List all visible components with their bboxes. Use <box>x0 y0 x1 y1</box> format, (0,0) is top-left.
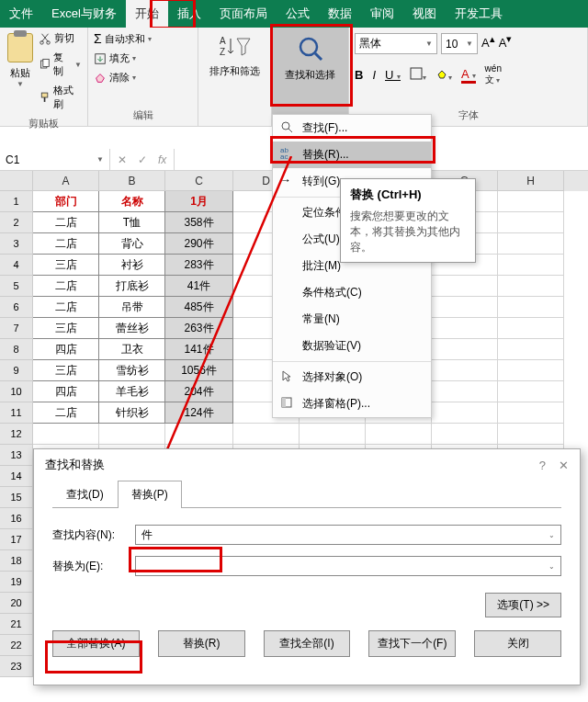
row-header[interactable]: 11 <box>0 402 33 424</box>
sort-filter-button[interactable]: AZ 排序和筛选 <box>206 31 264 82</box>
cell[interactable]: 四店 <box>33 381 99 402</box>
cell[interactable] <box>300 424 366 445</box>
row-header[interactable]: 15 <box>0 487 33 508</box>
row-header[interactable]: 18 <box>0 550 33 572</box>
cancel-formula[interactable]: ✕ <box>118 153 127 166</box>
col-header-h[interactable]: H <box>498 171 564 191</box>
tab-replace[interactable]: 替换(P) <box>118 481 182 508</box>
underline-button[interactable]: U ▾ <box>385 68 401 82</box>
menu-pagelayout[interactable]: 页面布局 <box>210 0 277 28</box>
row-header[interactable]: 9 <box>0 360 33 381</box>
menu-excel-finance[interactable]: Excel与财务 <box>42 0 126 28</box>
cell[interactable] <box>498 381 564 402</box>
confirm-formula[interactable]: ✓ <box>138 153 147 166</box>
cell[interactable]: 358件 <box>165 212 233 233</box>
cell[interactable] <box>498 212 564 233</box>
cell[interactable] <box>432 339 498 360</box>
cell[interactable] <box>432 276 498 297</box>
name-box[interactable]: C1▼ <box>0 149 110 170</box>
select-all[interactable] <box>0 171 33 191</box>
cell[interactable] <box>366 424 432 445</box>
cell[interactable]: 三店 <box>33 255 99 276</box>
cell[interactable]: 名称 <box>99 191 165 212</box>
row-header[interactable]: 1 <box>0 191 33 212</box>
cell[interactable] <box>99 424 165 445</box>
row-header[interactable]: 12 <box>0 424 33 445</box>
phonetic-button[interactable]: wén文 ▾ <box>485 63 502 86</box>
cell[interactable]: 打底衫 <box>99 276 165 297</box>
row-header[interactable]: 2 <box>0 212 33 233</box>
row-header[interactable]: 4 <box>0 255 33 276</box>
cell[interactable]: T恤 <box>99 212 165 233</box>
cell[interactable] <box>432 381 498 402</box>
border-button[interactable]: ▾ <box>410 67 426 83</box>
replace-button[interactable]: 替换(R) <box>158 630 245 657</box>
tab-find[interactable]: 查找(D) <box>52 481 118 508</box>
cell[interactable]: 二店 <box>33 402 99 424</box>
row-header[interactable]: 17 <box>0 529 33 550</box>
row-header[interactable]: 21 <box>0 614 33 635</box>
cell[interactable]: 41件 <box>165 276 233 297</box>
cell[interactable]: 二店 <box>33 297 99 318</box>
cell[interactable] <box>165 424 233 445</box>
row-header[interactable]: 22 <box>0 635 33 656</box>
italic-button[interactable]: I <box>372 68 376 82</box>
options-button[interactable]: 选项(T) >> <box>485 593 561 617</box>
cell[interactable]: 羊毛衫 <box>99 381 165 402</box>
cell[interactable] <box>33 424 99 445</box>
cell[interactable] <box>498 402 564 424</box>
copy-button[interactable]: 复制 ▼ <box>39 51 82 78</box>
row-header[interactable]: 5 <box>0 276 33 297</box>
row-header[interactable]: 13 <box>0 445 33 466</box>
row-header[interactable]: 20 <box>0 593 33 614</box>
col-header-b[interactable]: B <box>99 171 165 191</box>
cell[interactable] <box>498 233 564 255</box>
cell[interactable]: 衬衫 <box>99 255 165 276</box>
find-input[interactable]: 件⌄ <box>135 525 561 545</box>
menu-devtools[interactable]: 开发工具 <box>446 0 512 28</box>
dialog-help[interactable]: ? <box>539 459 546 472</box>
cell[interactable]: 283件 <box>165 255 233 276</box>
clear-button[interactable]: 清除 ▾ <box>94 71 152 85</box>
row-header[interactable]: 6 <box>0 297 33 318</box>
cell[interactable]: 部门 <box>33 191 99 212</box>
row-header[interactable]: 23 <box>0 656 33 677</box>
format-painter-button[interactable]: 格式刷 <box>39 84 82 111</box>
menu-view[interactable]: 视图 <box>403 0 446 28</box>
find-all-button[interactable]: 查找全部(I) <box>264 630 351 657</box>
cell[interactable]: 124件 <box>165 402 233 424</box>
cell[interactable]: 针织衫 <box>99 402 165 424</box>
increase-font-button[interactable]: A▴ <box>481 33 495 54</box>
dialog-close[interactable]: ✕ <box>559 459 569 472</box>
cell[interactable]: 290件 <box>165 233 233 255</box>
cell[interactable] <box>498 360 564 381</box>
col-header-c[interactable]: C <box>165 171 233 191</box>
cell[interactable] <box>498 424 564 445</box>
fx-button[interactable]: fx <box>158 153 166 166</box>
close-button[interactable]: 关闭 <box>474 630 561 657</box>
fill-color-button[interactable]: ▾ <box>435 67 452 83</box>
cell[interactable]: 263件 <box>165 318 233 339</box>
cell[interactable]: 二店 <box>33 212 99 233</box>
cell[interactable] <box>498 318 564 339</box>
cell[interactable]: 1月 <box>165 191 233 212</box>
cell[interactable]: 141件 <box>165 339 233 360</box>
menu-file[interactable]: 文件 <box>0 0 42 28</box>
cell[interactable]: 四店 <box>33 339 99 360</box>
find-next-button[interactable]: 查找下一个(F) <box>368 630 456 657</box>
row-header[interactable]: 16 <box>0 508 33 529</box>
row-header[interactable]: 10 <box>0 381 33 402</box>
cut-button[interactable]: 剪切 <box>39 31 82 45</box>
row-header[interactable]: 8 <box>0 339 33 360</box>
cell[interactable]: 二店 <box>33 233 99 255</box>
cell[interactable] <box>498 276 564 297</box>
row-header[interactable]: 7 <box>0 318 33 339</box>
cell[interactable] <box>432 318 498 339</box>
cell[interactable]: 二店 <box>33 276 99 297</box>
cell[interactable]: 蕾丝衫 <box>99 318 165 339</box>
cell[interactable] <box>432 297 498 318</box>
font-color-button[interactable]: A ▾ <box>461 67 476 84</box>
dropdown-selectpane[interactable]: 选择窗格(P)... <box>273 391 431 417</box>
dropdown-constants[interactable]: 常量(N) <box>273 306 431 333</box>
cell[interactable]: 三店 <box>33 360 99 381</box>
